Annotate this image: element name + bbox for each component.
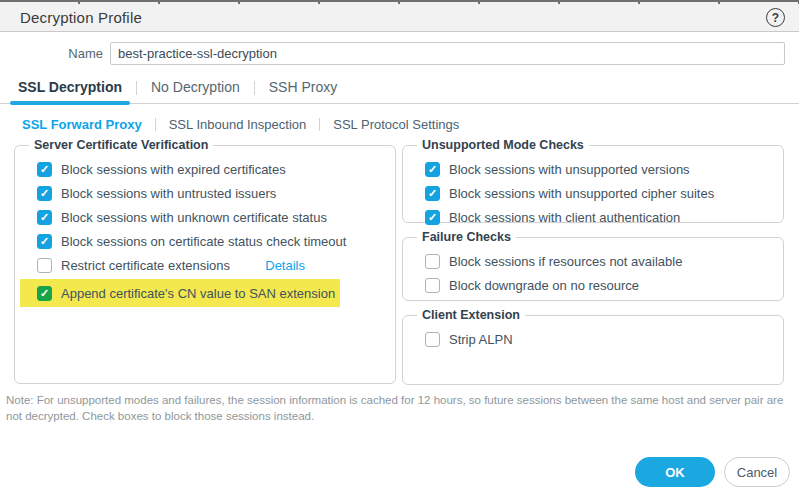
checkbox-row: Restrict certificate extensions Details	[37, 253, 385, 277]
checkbox[interactable]	[425, 254, 440, 269]
dialog-footer: OK Cancel	[635, 457, 790, 487]
checkbox[interactable]	[37, 234, 52, 249]
checkbox[interactable]	[37, 286, 52, 301]
checkbox[interactable]	[37, 210, 52, 225]
panel-failure-checks: Failure Checks Block sessions if resourc…	[402, 230, 784, 301]
tab-ssl-decryption[interactable]: SSL Decryption	[18, 79, 122, 103]
name-label: Name	[14, 46, 110, 61]
tab-separator	[254, 81, 255, 95]
checkbox[interactable]	[37, 186, 52, 201]
checkbox-row: Block sessions on certificate status che…	[37, 229, 385, 253]
panel-legend: Server Certificate Verification	[29, 138, 213, 152]
right-column: Unsupported Mode Checks Block sessions w…	[402, 138, 784, 385]
tab-no-decryption[interactable]: No Decryption	[151, 79, 240, 103]
checkbox-row: Block sessions with client authenticatio…	[425, 205, 773, 229]
checkbox-row: Block sessions with untrusted issuers	[37, 181, 385, 205]
checkbox[interactable]	[425, 162, 440, 177]
subtab-separator	[155, 118, 156, 131]
checkbox[interactable]	[425, 332, 440, 347]
checkbox[interactable]	[425, 210, 440, 225]
subtab-ssl-protocol-settings[interactable]: SSL Protocol Settings	[333, 117, 459, 132]
details-link[interactable]: Details	[265, 258, 305, 273]
checkbox-row: Block sessions if resources not availabl…	[425, 249, 773, 273]
checkbox[interactable]	[37, 258, 52, 273]
name-row: Name	[14, 42, 785, 65]
footer-note: Note: For unsupported modes and failures…	[0, 392, 792, 424]
checkbox[interactable]	[425, 278, 440, 293]
left-column: Server Certificate Verification Block se…	[14, 138, 396, 385]
panel-client-extension: Client Extension Strip ALPN	[402, 308, 784, 385]
checkbox-row: Block downgrade on no resource	[425, 273, 773, 297]
dialog-titlebar: Decryption Profile ?	[0, 4, 799, 32]
subtab-separator	[319, 118, 320, 131]
checkbox-row-highlighted: Append certificate's CN value to SAN ext…	[20, 279, 340, 307]
checkbox-row: Block sessions with unknown certificate …	[37, 205, 385, 229]
tab-separator	[136, 81, 137, 95]
checkbox-row: Block sessions with expired certificates	[37, 157, 385, 181]
tab-ssh-proxy[interactable]: SSH Proxy	[269, 79, 337, 103]
checkbox[interactable]	[37, 162, 52, 177]
subtab-ssl-inbound-inspection[interactable]: SSL Inbound Inspection	[169, 117, 307, 132]
panel-legend: Unsupported Mode Checks	[417, 138, 589, 152]
tab-bar: SSL Decryption No Decryption SSH Proxy	[0, 77, 799, 104]
panel-legend: Client Extension	[417, 308, 525, 322]
subtab-bar: SSL Forward Proxy SSL Inbound Inspection…	[14, 117, 785, 132]
panel-legend: Failure Checks	[417, 230, 516, 244]
cancel-button[interactable]: Cancel	[724, 457, 790, 487]
panel-server-certificate-verification: Server Certificate Verification Block se…	[14, 138, 396, 384]
checkbox[interactable]	[425, 186, 440, 201]
checkbox-row: Block sessions with unsupported versions	[425, 157, 773, 181]
name-input[interactable]	[110, 42, 785, 65]
checkbox-row: Block sessions with unsupported cipher s…	[425, 181, 773, 205]
dialog-title: Decryption Profile	[20, 9, 142, 26]
ok-button[interactable]: OK	[635, 457, 715, 487]
checkbox-row: Strip ALPN	[425, 327, 773, 351]
panel-unsupported-mode-checks: Unsupported Mode Checks Block sessions w…	[402, 138, 784, 223]
help-icon[interactable]: ?	[766, 8, 785, 27]
subtab-ssl-forward-proxy[interactable]: SSL Forward Proxy	[22, 117, 142, 132]
